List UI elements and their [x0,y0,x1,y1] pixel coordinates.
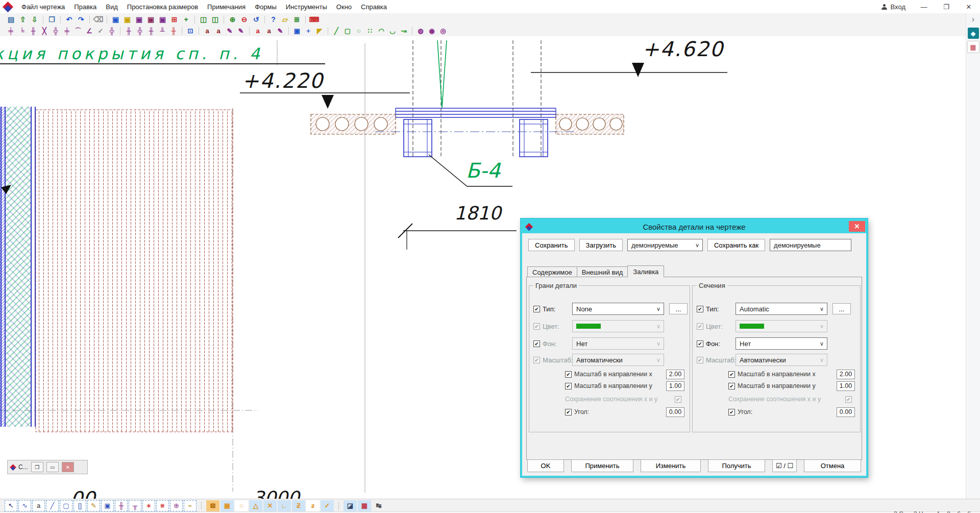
toolbar-icon[interactable]: ◠ [376,26,386,36]
menu-item[interactable]: Вид [101,3,122,11]
elevation-label-4220[interactable]: +4.220 [242,69,324,92]
toolbar-icon[interactable]: ⇧ [17,15,28,25]
toolbar-icon[interactable]: ▣ [145,15,156,25]
apply-button[interactable]: Применить [571,459,633,472]
toolbar-icon[interactable]: ○ [354,26,364,36]
selection-switch-icon[interactable]: ↖ [5,500,17,511]
scale-x-checkbox[interactable]: ✔ [565,371,572,378]
part-mark-label[interactable]: Б-4 [466,159,500,182]
selection-switch-icon[interactable]: ∗ [142,500,155,511]
toolbar-icon[interactable]: ◫ [210,15,220,25]
selection-switch-icon[interactable]: ▣ [101,500,114,511]
snap-switch-icon[interactable]: ▣ [220,500,234,511]
toolbar-icon[interactable]: ◤ [314,26,325,36]
toolbar-icon[interactable]: ╱ [331,26,341,36]
login-button[interactable]: Вход [874,3,913,11]
toolbar-icon[interactable]: ↝ [399,26,409,36]
selection-switch-icon[interactable]: ⋇ [156,500,169,511]
toolbar-icon[interactable]: ⌫ [93,15,104,25]
selection-switch-icon[interactable]: ╥ [129,500,141,511]
background-combobox[interactable]: Нет ∨ [736,337,827,350]
wall-section[interactable] [0,107,35,427]
hollow-core-slab-right[interactable] [556,114,624,134]
toolbar-icon[interactable]: ◍ [415,26,426,36]
toolbar-icon[interactable]: ╪ [62,26,72,36]
catalog-pane-icon[interactable]: ▦ [967,41,979,53]
type-combobox[interactable]: Automatic ∨ [736,303,827,315]
toolbar-icon[interactable]: ╫ [146,26,156,36]
toolbar-icon[interactable]: ╫ [28,26,38,36]
background-combobox[interactable]: Нет ∨ [572,337,664,350]
save-as-input[interactable]: демонируемые [770,239,851,251]
ratio-checkbox[interactable]: ✔ [675,396,681,403]
toolbar-icon[interactable]: ▣ [122,15,133,25]
scale-x-checkbox[interactable]: ✔ [728,371,735,378]
toolbar-icon[interactable]: ✓ [95,26,106,36]
menu-item[interactable]: Простановка размеров [122,3,203,11]
elevation-mark-left[interactable] [240,93,410,109]
ratio-checkbox[interactable]: ✔ [845,396,852,403]
selection-switch-icon[interactable]: ╱ [46,500,59,511]
tab-content[interactable]: Содержимое [527,266,577,277]
toolbar-icon[interactable]: ∠ [84,26,94,36]
menu-item[interactable]: Справка [356,3,391,11]
selection-switch-icon[interactable]: ⌁ [184,500,197,511]
toolbar-icon[interactable]: ╨ [157,26,167,36]
toolbar-icon[interactable]: ∷ [365,26,375,36]
toolbar-icon[interactable]: ✎ [225,26,235,36]
components-pane-icon[interactable]: ◆ [968,28,979,39]
tab-appearance[interactable]: Внешний вид [577,266,628,277]
menu-item[interactable]: Окно [332,3,356,11]
selection-switch-icon[interactable]: ⊕ [170,500,183,511]
scale-combobox[interactable]: Автоматически ∨ [736,354,827,366]
toolbar-icon[interactable]: ? [268,15,279,25]
browse-type-button[interactable]: ... [669,303,688,314]
beam-section[interactable] [375,108,576,157]
background-checkbox[interactable]: ✔ [533,340,540,347]
scale-x-input[interactable]: 2.00 [666,370,684,379]
toolbar-icon[interactable]: ╫ [124,26,134,36]
toolbar-icon[interactable]: ╬ [135,26,145,36]
scale-y-input[interactable]: 1.00 [837,381,855,391]
elevation-label-4620[interactable]: +4.620 [642,37,724,61]
close-window-button[interactable]: ✕ [62,462,74,472]
scale-combobox[interactable]: Автоматически ∨ [572,354,664,366]
toolbar-icon[interactable]: a [213,26,224,36]
snap-switch-icon[interactable]: ◪ [344,500,357,511]
type-checkbox[interactable]: ✔ [533,306,540,312]
toolbar-icon[interactable]: + [303,26,313,36]
color-checkbox[interactable]: ✔ [697,323,703,330]
toolbar-icon[interactable]: ╫ [168,26,179,36]
ok-button[interactable]: OK [527,459,564,472]
toolbar-icon[interactable]: + [181,15,191,25]
toolbar-icon[interactable]: ⌒ [73,26,83,36]
snap-switch-icon[interactable]: ✕ [263,500,277,511]
type-checkbox[interactable]: ✔ [697,306,703,312]
toolbar-icon[interactable]: ▣ [134,15,144,25]
toolbar-icon[interactable]: ↶ [64,15,75,25]
toolbar-icon[interactable]: ╳ [39,26,50,36]
scale-checkbox[interactable]: ✔ [697,357,703,363]
toggle-all-checkboxes-button[interactable]: ☑ / ☐ [772,459,797,472]
toolbar-icon[interactable]: ╬ [51,26,61,36]
selection-switch-icon[interactable]: ╫ [115,500,128,511]
toolbar-icon[interactable]: ▢ [342,26,353,36]
toolbar-icon[interactable]: ◫ [198,15,209,25]
background-checkbox[interactable]: ✔ [697,340,703,347]
save-as-button[interactable]: Сохранить как [707,239,765,251]
menu-item[interactable]: Примечания [203,3,250,11]
tab-fill[interactable]: Заливка [627,265,664,277]
snap-switch-icon[interactable]: ○ [235,500,248,511]
get-button[interactable]: Получить [708,459,765,472]
selection-switch-icon[interactable]: ▢ [60,500,72,511]
toolbar-icon[interactable]: ⇩ [29,15,40,25]
angle-checkbox[interactable]: ✔ [728,409,735,416]
expand-pane-chevron-icon[interactable]: › [972,15,974,23]
restore-window-button[interactable]: ❐ [31,462,43,472]
color-combobox[interactable]: ∨ [572,320,664,332]
snap-switch-icon[interactable]: Ƶ [292,500,305,511]
close-button[interactable]: ✕ [958,0,980,13]
toolbar-icon[interactable]: ▣ [292,26,302,36]
toolbar-icon[interactable]: ◉ [427,26,437,36]
toolbar-icon[interactable]: ╬ [107,26,117,36]
